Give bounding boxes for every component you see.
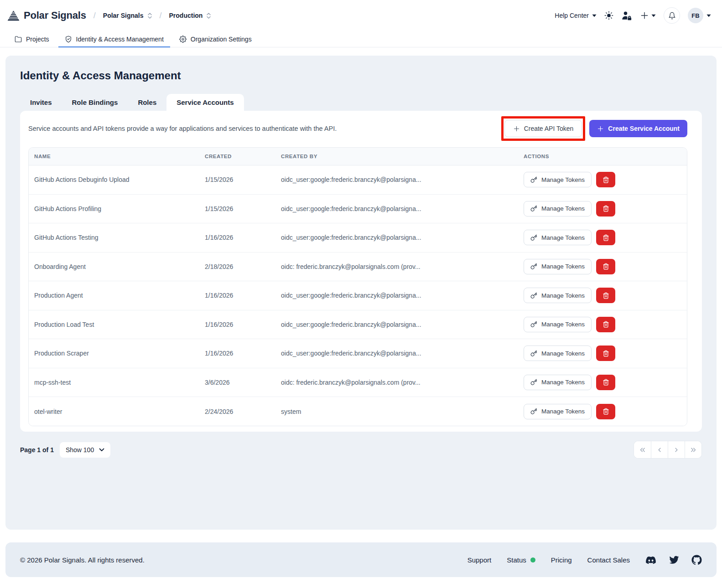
trash-icon [603, 263, 609, 270]
manage-tokens-button[interactable]: Manage Tokens [524, 288, 592, 303]
manage-tokens-label: Manage Tokens [541, 234, 585, 241]
sa-created-by: oidc_user:google:frederic.branczyk@polar… [275, 194, 518, 223]
plus-icon [513, 125, 520, 132]
gear-icon [179, 36, 187, 43]
tab-service-accounts[interactable]: Service Accounts [166, 94, 244, 111]
chevron-down-icon [651, 14, 656, 17]
manage-tokens-button[interactable]: Manage Tokens [524, 404, 592, 419]
pagination-bar: Page 1 of 1 Show 100 [20, 441, 702, 459]
delete-service-account-button[interactable] [596, 259, 615, 274]
help-center-menu[interactable]: Help Center [555, 12, 597, 19]
create-api-token-button[interactable]: Create API Token [504, 120, 582, 137]
panel-toolbar: Service accounts and API tokens provide … [28, 116, 687, 147]
table-row: Production Load Test 1/16/2026 oidc_user… [29, 310, 687, 339]
discord-icon[interactable] [645, 556, 656, 564]
sa-created-by: oidc_user:google:frederic.branczyk@polar… [275, 165, 518, 195]
delete-service-account-button[interactable] [596, 375, 615, 390]
members-access-button[interactable] [621, 10, 632, 21]
previous-page-button[interactable] [651, 441, 668, 458]
sa-created-by: oidc: frederic.branczyk@polarsignals.com… [275, 252, 518, 281]
logo-triangle-icon [7, 10, 20, 21]
footer-link-contact-sales[interactable]: Contact Sales [587, 556, 630, 564]
breadcrumb-org-label: Polar Signals [103, 12, 144, 19]
delete-service-account-button[interactable] [596, 230, 615, 245]
tab-role-bindings[interactable]: Role Bindings [62, 94, 128, 111]
chevrons-right-icon [689, 446, 697, 454]
help-center-label: Help Center [555, 12, 589, 19]
sa-name: Production Load Test [29, 310, 199, 339]
table-row: GitHub Actions Testing 1/16/2026 oidc_us… [29, 223, 687, 253]
sa-name: GitHub Actions Debuginfo Upload [29, 165, 199, 195]
sa-name: GitHub Actions Profiling [29, 194, 199, 223]
show-per-page-select[interactable]: Show 100 [60, 442, 110, 458]
manage-tokens-button[interactable]: Manage Tokens [524, 317, 592, 332]
trash-icon [603, 408, 609, 415]
key-icon [530, 234, 537, 241]
breadcrumb-project-label: Production [169, 12, 203, 19]
manage-tokens-label: Manage Tokens [541, 205, 585, 212]
manage-tokens-button[interactable]: Manage Tokens [524, 201, 592, 217]
page-indicator: Page 1 of 1 [20, 446, 54, 454]
sa-name: mcp-ssh-test [29, 368, 199, 397]
delete-service-account-button[interactable] [596, 317, 615, 332]
table-header-row: NAME CREATED CREATED BY ACTIONS [29, 148, 687, 165]
user-lock-icon [621, 10, 632, 21]
sa-created-by: oidc_user:google:frederic.branczyk@polar… [275, 223, 518, 253]
sa-created-by: oidc_user:google:frederic.branczyk@polar… [275, 310, 518, 339]
page-title: Identity & Access Management [20, 69, 702, 82]
footer-link-pricing[interactable]: Pricing [551, 556, 572, 564]
last-page-button[interactable] [685, 441, 701, 458]
manage-tokens-button[interactable]: Manage Tokens [524, 259, 592, 274]
trash-icon [603, 176, 609, 183]
copyright-text: © 2026 Polar Signals. All rights reserve… [20, 556, 145, 564]
manage-tokens-button[interactable]: Manage Tokens [524, 230, 592, 245]
service-accounts-panel: Service accounts and API tokens provide … [20, 111, 702, 432]
delete-service-account-button[interactable] [596, 288, 615, 303]
breadcrumb-org-selector[interactable]: Polar Signals [103, 12, 152, 19]
polar-signals-logo[interactable]: Polar Signals [7, 10, 86, 21]
manage-tokens-button[interactable]: Manage Tokens [524, 346, 592, 361]
manage-tokens-button[interactable]: Manage Tokens [524, 172, 592, 187]
theme-toggle-button[interactable] [604, 11, 613, 20]
add-menu-button[interactable] [640, 11, 656, 20]
breadcrumb-project-selector[interactable]: Production [169, 12, 212, 19]
nav-item-organization-settings[interactable]: Organization Settings [173, 31, 258, 47]
nav-item-identity-access-management[interactable]: Identity & Access Management [58, 31, 170, 47]
notifications-button[interactable] [664, 7, 680, 24]
pager-buttons [634, 441, 702, 459]
sa-created: 1/16/2026 [199, 223, 275, 253]
delete-service-account-button[interactable] [596, 404, 615, 419]
table-row: GitHub Actions Profiling 1/15/2026 oidc_… [29, 194, 687, 223]
next-page-button[interactable] [668, 441, 685, 458]
footer-link-support[interactable]: Support [467, 556, 492, 564]
show-per-page-label: Show 100 [66, 446, 94, 454]
sort-chevrons-icon [206, 12, 211, 19]
nav-item-label: Projects [26, 36, 49, 43]
trash-icon [603, 321, 609, 328]
sa-created: 2/18/2026 [199, 252, 275, 281]
delete-service-account-button[interactable] [596, 172, 615, 187]
key-icon [530, 176, 537, 183]
sa-created-by: oidc_user:google:frederic.branczyk@polar… [275, 339, 518, 368]
key-icon [530, 205, 537, 212]
account-menu[interactable]: FB [688, 8, 711, 23]
manage-tokens-label: Manage Tokens [541, 379, 585, 386]
tab-invites[interactable]: Invites [20, 94, 62, 111]
trash-icon [603, 205, 609, 212]
nav-item-projects[interactable]: Projects [8, 31, 56, 47]
nav-item-label: Organization Settings [191, 36, 252, 43]
delete-service-account-button[interactable] [596, 346, 615, 361]
create-api-token-label: Create API Token [524, 125, 574, 132]
create-service-account-button[interactable]: Create Service Account [589, 120, 687, 137]
tab-roles[interactable]: Roles [128, 94, 166, 111]
first-page-button[interactable] [634, 441, 651, 458]
github-icon[interactable] [691, 555, 702, 565]
sa-name: otel-writer [29, 397, 199, 426]
manage-tokens-label: Manage Tokens [541, 292, 585, 299]
twitter-icon[interactable] [669, 556, 679, 564]
manage-tokens-button[interactable]: Manage Tokens [524, 375, 592, 390]
footer-link-status[interactable]: Status [507, 556, 535, 564]
delete-service-account-button[interactable] [596, 201, 615, 217]
chevron-down-icon [99, 448, 104, 452]
sa-created: 1/16/2026 [199, 339, 275, 368]
